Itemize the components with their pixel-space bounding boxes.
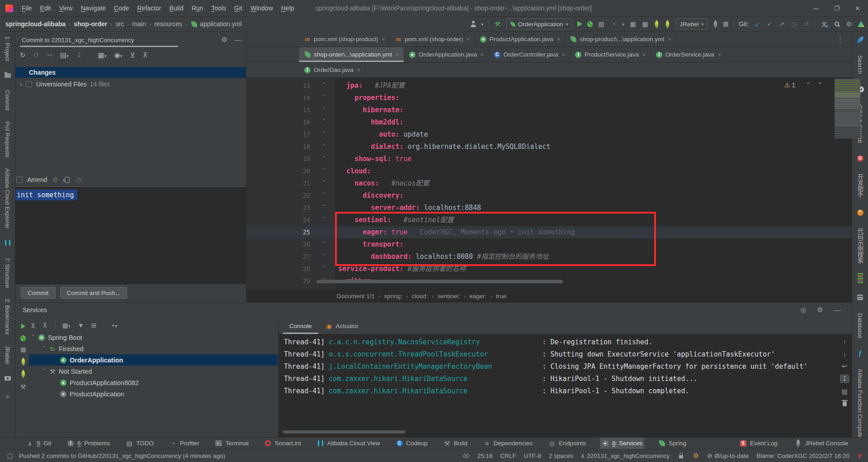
next-warning-chevron-icon[interactable]: ˇ	[819, 81, 821, 89]
dev-assistant-icon[interactable]: U	[857, 155, 864, 162]
tab-close-icon[interactable]: ×	[642, 51, 646, 58]
menu-item-refactor[interactable]: Refactor	[133, 5, 165, 12]
yaml-breadcrumb-item-true[interactable]: true	[496, 293, 506, 300]
chevron-down-icon[interactable]: ▾	[622, 22, 624, 27]
rollback-icon[interactable]: ↺	[33, 51, 39, 59]
web-preview-globe-icon[interactable]: ◎	[800, 306, 806, 314]
fold-marker-icon[interactable]: ˇ	[310, 116, 338, 129]
tab-close-icon[interactable]: ×	[357, 67, 361, 73]
tool-window-button-alibaba-function-compute[interactable]: Alibaba Function Compute	[857, 369, 863, 438]
notifications-gear-icon[interactable]: ⚙	[692, 452, 699, 459]
commit-and-push-button[interactable]: Commit and Push...	[60, 287, 127, 299]
horizontal-scrollbar[interactable]	[316, 280, 563, 283]
rerun-button[interactable]	[21, 324, 25, 329]
run-button[interactable]	[577, 21, 582, 27]
tree-item-productapplication8082[interactable]: ProductApplication8082	[29, 377, 278, 388]
folder-icon[interactable]	[4, 72, 11, 79]
blame-annotation[interactable]: Blame: CoderXGC 2022/2/7 16:20	[756, 452, 849, 459]
history-icon[interactable]: ◷	[790, 20, 797, 28]
breadcrumb-item-application-yml[interactable]: application.yml	[200, 20, 242, 28]
fold-marker-icon[interactable]: ˇ	[310, 165, 338, 177]
tree-item-orderapplication[interactable]: OrderApplication	[29, 354, 278, 366]
commit-tab-title[interactable]: Commit to 220131_xgc_highConcurrency	[22, 37, 134, 43]
expander-chevron-icon[interactable]: ˇ	[40, 345, 49, 352]
status-message[interactable]: Pushed 2 commits to GitHub/220131_xgc_hi…	[19, 452, 225, 459]
commit-button[interactable]: Commit	[21, 287, 56, 299]
tool-window-button-build[interactable]: ⚒Build	[442, 438, 469, 449]
add-service-icon[interactable]: +▾	[111, 322, 117, 329]
function-compute-icon[interactable]: ƒ	[857, 350, 864, 357]
tab-close-icon[interactable]: ×	[557, 36, 561, 43]
tool-window-button-jrebel-console[interactable]: JRebel Console	[793, 438, 850, 449]
tab-close-icon[interactable]: ×	[382, 36, 386, 43]
breadcrumb-item-shop-order[interactable]: shop-order	[74, 20, 107, 28]
commit-message-editor[interactable]: init something	[15, 186, 246, 285]
fold-marker-icon[interactable]: ˆ	[310, 129, 338, 141]
changelist-icon[interactable]: ▤▾	[60, 51, 69, 59]
console-horizontal-scrollbar[interactable]	[283, 430, 405, 433]
services-settings-gear-icon[interactable]: ⚙	[817, 306, 823, 314]
git-branch-widget[interactable]: Y 220131_xgc_highConcurrency	[581, 452, 670, 459]
fold-marker-icon[interactable]: ˆ	[310, 251, 338, 263]
editor-tab-orderapplication-java[interactable]: OrderApplication.java×	[404, 47, 489, 62]
unversioned-checkbox[interactable]	[26, 81, 32, 87]
commit-options-gear-icon[interactable]: ⚙	[52, 176, 59, 183]
hide-panel-icon[interactable]: —	[235, 36, 241, 44]
tool-window-button-search[interactable]: Search	[857, 55, 863, 74]
commit-message-history-icon[interactable]	[65, 177, 70, 183]
console-log-output[interactable]: Thread-41] c.a.c.n.registry.NacosService…	[278, 334, 834, 427]
jrebel-debug-icon[interactable]	[663, 20, 671, 28]
profiler-icon[interactable]: ◔	[610, 20, 617, 28]
rollback-icon[interactable]: ↺	[802, 20, 810, 28]
breadcrumb-item-main[interactable]: main	[132, 20, 146, 28]
jrebel-debug-service-icon[interactable]	[19, 370, 27, 378]
expander-chevron-icon[interactable]: ˇ	[40, 368, 49, 375]
commit-settings-gear-icon[interactable]: ⚙	[222, 36, 227, 44]
filter-icon[interactable]: ▼	[78, 322, 84, 329]
editor-minimap[interactable]	[835, 79, 860, 138]
breadcrumb-item-resources[interactable]: resources	[154, 20, 182, 28]
tool-window-button-alibaba-cloud-explorer[interactable]: Alibaba Cloud Explorer	[4, 168, 11, 229]
soft-wrap-icon[interactable]: ↩	[842, 362, 847, 370]
tab-close-icon[interactable]: ×	[561, 51, 565, 58]
fold-marker-icon[interactable]: ˇ	[310, 177, 338, 190]
fold-marker-icon[interactable]: ˇ	[310, 92, 338, 104]
fold-marker-icon[interactable]: ˇ	[310, 214, 338, 226]
sync-status-widget[interactable]: ⊘ Ø/up-to-date	[707, 452, 749, 459]
debug-button[interactable]	[587, 21, 593, 27]
clear-console-icon[interactable]	[843, 401, 847, 406]
menu-item-file[interactable]: File	[18, 5, 36, 12]
fold-marker-icon[interactable]: ˇ	[310, 263, 338, 275]
editor-tab-orderdao-java[interactable]: IOrderDao.java×	[299, 62, 365, 77]
menu-item-git[interactable]: Git	[230, 5, 246, 12]
indent-setting[interactable]: 2 spaces	[549, 452, 573, 459]
user-avatar-icon[interactable]	[471, 21, 476, 27]
caret-position[interactable]: 25:18	[477, 452, 493, 459]
refresh-icon[interactable]: ↻	[20, 51, 26, 59]
editor-tab-orderservice-java[interactable]: IOrderService.java×	[651, 47, 726, 62]
tab-close-icon[interactable]: ×	[467, 36, 470, 43]
git-commit-icon[interactable]: ✓	[766, 20, 773, 28]
coverage-icon[interactable]: ▨	[598, 20, 605, 28]
fold-marker-icon[interactable]: ˇ	[310, 190, 338, 202]
tool-window-button-代码示例搜索[interactable]: 代码示例搜索	[856, 228, 864, 263]
code-sample-icon[interactable]: *	[857, 209, 864, 216]
scroll-to-end-icon[interactable]: ↧	[840, 375, 849, 383]
group-by-icon[interactable]: ▦▾	[98, 51, 107, 59]
tool-window-button-1-project[interactable]: 1: Project	[4, 36, 11, 61]
editor-tab-pom-xml-shop-product[interactable]: mpom.xml (shop-product)×	[299, 32, 390, 47]
tool-window-button-terminal[interactable]: >_Terminal	[213, 438, 250, 449]
tool-window-button-codeup[interactable]: CCodeup	[394, 438, 429, 449]
editor-tab-shop-product-application-yml[interactable]: shop-product\...\application.yml×	[565, 32, 676, 47]
breadcrumb-item-src[interactable]: src	[116, 20, 124, 28]
warning-icon[interactable]: ⚠	[784, 81, 790, 89]
expand-all-icon[interactable]: ⊻	[130, 51, 135, 59]
menu-item-build[interactable]: Build	[165, 5, 188, 12]
search-icon[interactable]	[835, 22, 839, 26]
close-button[interactable]: ✕	[847, 0, 868, 17]
file-encoding[interactable]: UTF-8	[524, 452, 541, 459]
tab-close-icon[interactable]: ×	[718, 51, 722, 58]
jrebel-run-service-icon[interactable]	[19, 357, 27, 366]
yaml-breadcrumb-item-eager[interactable]: eager:	[469, 293, 486, 300]
debug-service-button[interactable]	[20, 335, 26, 341]
